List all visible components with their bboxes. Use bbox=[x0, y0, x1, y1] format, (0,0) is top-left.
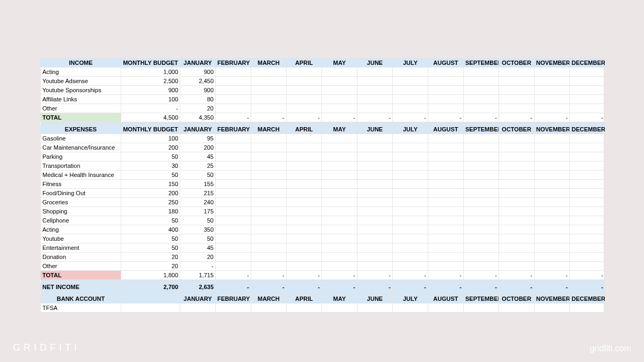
col-month-8: SEPTEMBER bbox=[464, 294, 499, 304]
row-label: Youtube bbox=[41, 234, 121, 243]
col-month-9: OCTOBER bbox=[499, 294, 535, 304]
table-row: Acting1,000900 bbox=[41, 68, 605, 77]
table-row: TFSA bbox=[41, 304, 605, 313]
net-income-month-1: - bbox=[216, 283, 251, 292]
table-row: Youtube Sponsorships900900 bbox=[41, 86, 605, 95]
table-row: Entertainment5045 bbox=[41, 243, 605, 253]
row-jan: 80 bbox=[180, 95, 216, 104]
row-jan: 900 bbox=[180, 68, 216, 77]
total-month-0: 1,715 bbox=[180, 271, 216, 280]
table-row: Transportation3025 bbox=[41, 161, 605, 171]
table-row: Donation2020 bbox=[41, 253, 605, 262]
total-month-5: - bbox=[357, 113, 393, 122]
row-budget: 100 bbox=[121, 134, 180, 143]
col-month-7: AUGUST bbox=[428, 58, 464, 68]
total-month-7: - bbox=[428, 113, 464, 122]
total-month-1: - bbox=[216, 271, 251, 280]
col-month-1: FEBRUARY bbox=[216, 125, 251, 134]
table-row: Fitness150155 bbox=[41, 180, 605, 189]
col-month-4: MAY bbox=[322, 125, 357, 134]
net-income-month-5: - bbox=[357, 283, 393, 292]
row-budget: 50 bbox=[121, 234, 180, 243]
table-row: Other20- bbox=[41, 262, 605, 271]
net-income-row: NET INCOME2,7002,635----------- bbox=[41, 283, 605, 292]
col-month-2: MARCH bbox=[251, 294, 287, 304]
row-budget: 150 bbox=[121, 180, 180, 189]
col-month-5: JUNE bbox=[357, 58, 393, 68]
net-income-month-0: 2,635 bbox=[180, 283, 216, 292]
col-month-5: JUNE bbox=[357, 125, 393, 134]
row-budget: 400 bbox=[121, 225, 180, 234]
row-jan: 20 bbox=[180, 104, 216, 113]
total-month-4: - bbox=[322, 113, 357, 122]
spreadsheet: INCOMEMONTHLY BUDGETJANUARYFEBRUARYMARCH… bbox=[40, 58, 604, 313]
total-row: TOTAL1,8001,715----------- bbox=[41, 271, 605, 280]
row-budget: 180 bbox=[121, 207, 180, 216]
section-header-row: INCOMEMONTHLY BUDGETJANUARYFEBRUARYMARCH… bbox=[41, 58, 605, 68]
row-label: Parking bbox=[41, 152, 121, 161]
table-row: Gasoline10095 bbox=[41, 134, 605, 143]
col-month-2: MARCH bbox=[251, 125, 287, 134]
col-month-5: JUNE bbox=[357, 294, 393, 304]
col-month-7: AUGUST bbox=[428, 294, 464, 304]
row-budget: 50 bbox=[121, 243, 180, 253]
total-row: TOTAL4,5004,350----------- bbox=[41, 113, 605, 122]
row-budget: 50 bbox=[121, 216, 180, 225]
row-label: Food/Dining Out bbox=[41, 189, 121, 198]
row-budget: 900 bbox=[121, 86, 180, 95]
row-jan: 350 bbox=[180, 225, 216, 234]
brand-logo: GRIDFITI bbox=[13, 342, 80, 353]
total-budget: 4,500 bbox=[121, 113, 180, 122]
net-income-month-9: - bbox=[499, 283, 535, 292]
total-month-2: - bbox=[251, 113, 287, 122]
row-label: Car Maintenance/Insurance bbox=[41, 143, 121, 152]
section-title: BANK ACCOUNT bbox=[41, 294, 121, 304]
row-budget: - bbox=[121, 104, 180, 113]
row-jan: 45 bbox=[180, 152, 216, 161]
row-label: Groceries bbox=[41, 198, 121, 207]
net-income-month-6: - bbox=[393, 283, 428, 292]
row-jan: - bbox=[180, 262, 216, 271]
col-month-9: OCTOBER bbox=[499, 58, 535, 68]
table-row: Other-20 bbox=[41, 104, 605, 113]
row-jan: 200 bbox=[180, 143, 216, 152]
table-row: Parking5045 bbox=[41, 152, 605, 161]
col-month-6: JULY bbox=[393, 125, 428, 134]
col-month-10: NOVEMBER bbox=[535, 125, 570, 134]
net-income-month-7: - bbox=[428, 283, 464, 292]
row-jan: 175 bbox=[180, 207, 216, 216]
total-budget: 1,800 bbox=[121, 271, 180, 280]
row-budget: 2,500 bbox=[121, 77, 180, 86]
row-budget: 20 bbox=[121, 262, 180, 271]
col-month-3: APRIL bbox=[287, 125, 322, 134]
row-budget: 20 bbox=[121, 253, 180, 262]
total-month-1: - bbox=[216, 113, 251, 122]
col-budget: MONTHLY BUDGET bbox=[121, 58, 180, 68]
col-month-11: DECEMBER bbox=[570, 294, 605, 304]
row-label: Gasoline bbox=[41, 134, 121, 143]
total-month-6: - bbox=[393, 271, 428, 280]
col-month-4: MAY bbox=[322, 294, 357, 304]
table-row: Youtube5050 bbox=[41, 234, 605, 243]
row-jan: 215 bbox=[180, 189, 216, 198]
row-label: Entertainment bbox=[41, 243, 121, 253]
col-month-1: FEBRUARY bbox=[216, 58, 251, 68]
row-jan bbox=[180, 304, 216, 313]
row-label: Acting bbox=[41, 225, 121, 234]
net-income-month-8: - bbox=[464, 283, 499, 292]
row-jan: 50 bbox=[180, 234, 216, 243]
row-budget: 50 bbox=[121, 171, 180, 180]
row-label: Medical + Health Insurance bbox=[41, 171, 121, 180]
total-month-2: - bbox=[251, 271, 287, 280]
col-month-6: JULY bbox=[393, 294, 428, 304]
section-title: INCOME bbox=[41, 58, 121, 68]
row-budget: 200 bbox=[121, 189, 180, 198]
total-month-9: - bbox=[499, 113, 535, 122]
row-jan: 155 bbox=[180, 180, 216, 189]
col-month-10: NOVEMBER bbox=[535, 58, 570, 68]
total-month-10: - bbox=[535, 113, 570, 122]
total-month-11: - bbox=[570, 113, 605, 122]
col-month-0: JANUARY bbox=[180, 125, 216, 134]
row-budget: 50 bbox=[121, 152, 180, 161]
col-month-8: SEPTEMBER bbox=[464, 125, 499, 134]
